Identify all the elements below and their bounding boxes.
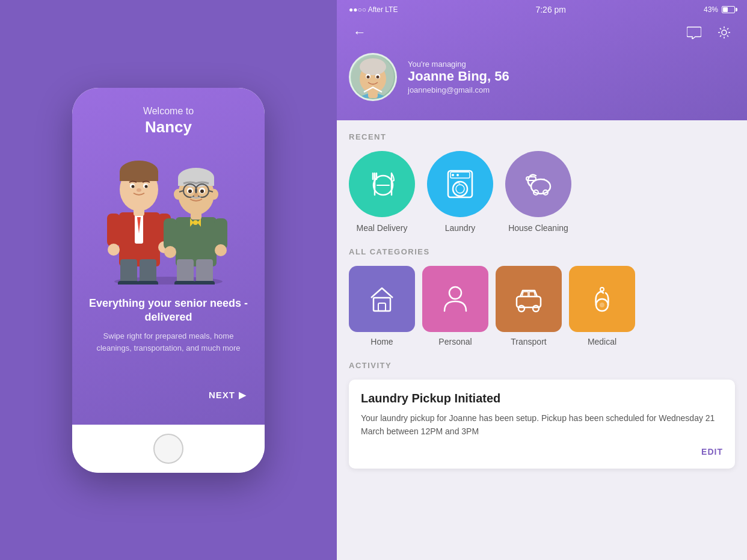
battery-icon bbox=[722, 6, 735, 13]
svg-rect-8 bbox=[107, 214, 120, 247]
svg-point-20 bbox=[137, 188, 141, 192]
back-button[interactable]: ← bbox=[349, 22, 370, 43]
phone-device: Welcome to Nancy bbox=[72, 88, 265, 473]
svg-rect-15 bbox=[120, 171, 158, 181]
profile-info: You're managing Joanne Bing, 56 joannebi… bbox=[408, 60, 509, 94]
meal-delivery-circle bbox=[349, 151, 415, 217]
status-right: 43% bbox=[704, 5, 735, 14]
message-button[interactable] bbox=[683, 22, 705, 43]
home-tile-icon bbox=[366, 283, 398, 315]
svg-rect-26 bbox=[164, 218, 177, 250]
svg-point-84 bbox=[600, 288, 604, 291]
svg-point-54 bbox=[360, 58, 386, 75]
svg-rect-2 bbox=[120, 259, 137, 285]
laundry-label: Laundry bbox=[445, 223, 476, 233]
svg-rect-3 bbox=[140, 259, 156, 285]
laundry-icon bbox=[442, 166, 478, 202]
svg-point-69 bbox=[456, 185, 464, 193]
settings-icon bbox=[717, 25, 731, 40]
avatar-image bbox=[351, 55, 395, 99]
activity-edit-section: EDIT bbox=[361, 447, 723, 457]
home-tile bbox=[349, 266, 415, 332]
svg-point-57 bbox=[367, 76, 370, 79]
status-left-text: ●●○○ After LTE bbox=[349, 5, 398, 14]
svg-point-58 bbox=[377, 76, 380, 79]
medical-category-label: Medical bbox=[588, 337, 616, 346]
svg-point-46 bbox=[188, 189, 192, 193]
category-transport[interactable]: Transport bbox=[496, 266, 562, 346]
message-icon bbox=[687, 26, 701, 39]
avatar-svg bbox=[352, 56, 394, 98]
transport-tile-icon bbox=[513, 283, 544, 315]
svg-point-70 bbox=[452, 174, 454, 176]
recent-item-meal-delivery[interactable]: Meal Delivery bbox=[349, 151, 415, 233]
activity-section: ACTIVITY Laundry Pickup Initiated Your l… bbox=[349, 361, 735, 469]
svg-point-10 bbox=[108, 244, 120, 256]
svg-rect-25 bbox=[194, 281, 215, 285]
transport-tile bbox=[496, 266, 562, 332]
svg-point-85 bbox=[600, 303, 604, 307]
signal-indicator: ●●○○ After LTE bbox=[349, 5, 398, 14]
category-personal[interactable]: Personal bbox=[422, 266, 488, 346]
home-category-label: Home bbox=[370, 337, 393, 346]
recent-section: RECENT bbox=[349, 132, 735, 233]
meal-delivery-label: Meal Delivery bbox=[357, 223, 408, 233]
svg-point-81 bbox=[518, 306, 524, 312]
category-medical[interactable]: Medical bbox=[569, 266, 635, 346]
svg-rect-36 bbox=[178, 177, 214, 186]
battery-pct-text: 43% bbox=[704, 5, 718, 14]
svg-rect-77 bbox=[374, 298, 390, 311]
category-items: Home Personal bbox=[349, 266, 735, 346]
meal-delivery-icon bbox=[365, 167, 399, 201]
categories-section: ALL CATEGORIES Home bbox=[349, 247, 735, 346]
recent-title: RECENT bbox=[349, 132, 735, 141]
phone-subtext: Swipe right for prepared meals, home cle… bbox=[87, 330, 250, 354]
laundry-circle bbox=[427, 151, 493, 217]
recent-items: Meal Delivery bbox=[349, 151, 735, 233]
status-time: 7:26 pm bbox=[535, 5, 566, 14]
svg-rect-5 bbox=[137, 281, 158, 285]
svg-point-79 bbox=[449, 287, 461, 299]
svg-point-37 bbox=[174, 189, 182, 200]
activity-card-title: Laundry Pickup Initiated bbox=[361, 392, 723, 405]
characters-svg bbox=[102, 146, 235, 285]
activity-card: Laundry Pickup Initiated Your laundry pi… bbox=[349, 380, 735, 469]
profile-name: Joanne Bing, 56 bbox=[408, 69, 509, 84]
activity-card-desc: Your laundry pickup for Joanne has been … bbox=[361, 411, 723, 438]
svg-point-49 bbox=[722, 30, 727, 35]
next-button[interactable]: NEXT ▶ bbox=[209, 390, 247, 401]
svg-point-38 bbox=[210, 189, 218, 200]
svg-point-48 bbox=[194, 193, 198, 197]
activity-title-label: ACTIVITY bbox=[349, 361, 735, 370]
battery-fill bbox=[723, 7, 728, 12]
svg-point-82 bbox=[533, 306, 539, 312]
phone-tagline: Everything your senior needs - delivered bbox=[87, 297, 250, 325]
managing-label: You're managing bbox=[408, 60, 509, 69]
avatar bbox=[349, 53, 397, 101]
recent-item-laundry[interactable]: Laundry bbox=[427, 151, 493, 233]
svg-rect-22 bbox=[177, 259, 194, 285]
right-panel: ●●○○ After LTE 7:26 pm 43% ← bbox=[337, 0, 747, 560]
svg-rect-23 bbox=[196, 259, 213, 285]
category-home[interactable]: Home bbox=[349, 266, 415, 346]
transport-category-label: Transport bbox=[511, 337, 546, 346]
nav-bar: ← bbox=[349, 19, 735, 48]
svg-rect-24 bbox=[174, 281, 195, 285]
svg-point-32 bbox=[193, 220, 198, 225]
house-cleaning-circle bbox=[505, 151, 571, 217]
medical-tile bbox=[569, 266, 635, 332]
app-header: ●●○○ After LTE 7:26 pm 43% ← bbox=[337, 0, 747, 120]
home-button[interactable] bbox=[153, 434, 183, 464]
svg-point-28 bbox=[164, 246, 176, 258]
svg-point-71 bbox=[456, 174, 459, 176]
app-name-label: Nancy bbox=[145, 118, 192, 137]
personal-tile bbox=[422, 266, 488, 332]
personal-category-label: Personal bbox=[438, 337, 472, 346]
svg-point-19 bbox=[145, 185, 148, 188]
app-content[interactable]: RECENT bbox=[337, 120, 747, 560]
phone-screen: Welcome to Nancy bbox=[72, 88, 265, 425]
settings-button[interactable] bbox=[713, 22, 735, 43]
recent-item-house-cleaning[interactable]: House Cleaning bbox=[505, 151, 571, 233]
edit-button[interactable]: EDIT bbox=[701, 447, 723, 457]
medical-tile-icon bbox=[586, 283, 618, 315]
